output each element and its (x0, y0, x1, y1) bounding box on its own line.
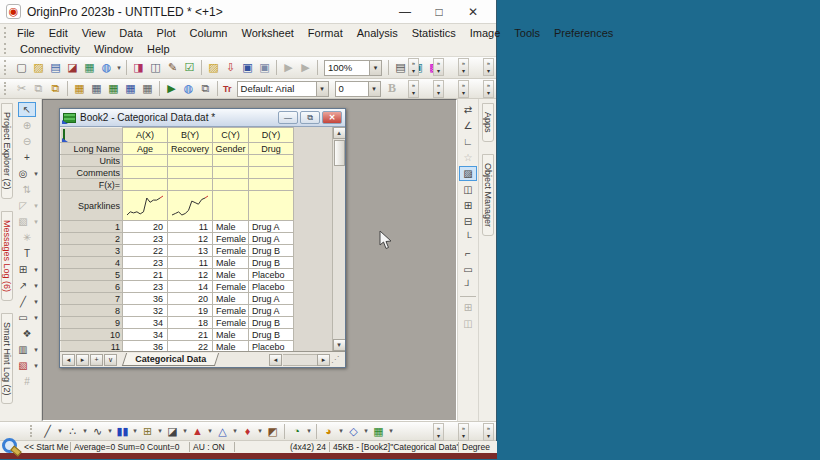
toolbar-overflow[interactable]: »▾ (408, 80, 419, 98)
add-sheet-button[interactable]: + (90, 354, 103, 366)
book2-restore-button[interactable]: ⧉ (300, 111, 320, 124)
menu-analysis[interactable]: Analysis (350, 27, 405, 39)
menu-data[interactable]: Data (112, 27, 149, 39)
contour-plot-icon[interactable]: ▦ (370, 423, 387, 439)
horizontal-scrollbar[interactable]: ◂ ▸ ⋰ (269, 354, 341, 366)
toolbar-overflow[interactable]: »▾ (458, 80, 469, 98)
scatter-plot-icon[interactable]: ∴ (64, 423, 81, 439)
multi-panel-plot-icon[interactable]: ⊞ (139, 423, 156, 439)
line-symbol-plot-dropdown[interactable]: ▾ (106, 427, 114, 435)
pie-chart-icon[interactable]: ◔ (288, 423, 305, 439)
zoom-out-tool-icon[interactable]: ⊖ (18, 134, 36, 149)
toolbar-overflow[interactable]: »▾ (433, 423, 444, 441)
menu-plot[interactable]: Plot (150, 27, 183, 39)
cell-cold-row2[interactable]: Drug A (249, 233, 294, 245)
equation-tool-dropdown[interactable]: ▾ (32, 266, 40, 274)
layer-grid-icon[interactable]: ⊞ (459, 300, 477, 315)
surface-3d-plot-dropdown[interactable]: ▾ (337, 427, 345, 435)
cell-cold-row1[interactable]: Drug A (249, 221, 294, 233)
sheet-next-button[interactable]: ▸ (76, 354, 89, 366)
comments-label[interactable]: Comments (61, 167, 123, 179)
arrow-tool-dropdown[interactable]: ▾ (32, 282, 40, 290)
dock-tab-smart-hint-log-2-[interactable]: Smart Hint Log (2) (1, 313, 13, 405)
column-plot-icon[interactable]: ▮▮ (114, 423, 131, 439)
long-name-c[interactable]: Gender (213, 143, 249, 155)
zoom-combo-dropdown[interactable]: ▾ (369, 61, 381, 75)
cell-cola-row1[interactable]: 20 (123, 221, 168, 233)
line-symbol-plot-icon[interactable]: ∿ (89, 423, 106, 439)
toolbar-overflow[interactable]: »▾ (483, 80, 494, 98)
new-function-dropdown[interactable]: ▾ (115, 64, 123, 72)
column-header-c[interactable]: C(Y) (213, 128, 249, 143)
row-header[interactable]: 6 (61, 281, 123, 293)
cell-colb-row6[interactable]: 14 (168, 281, 213, 293)
line-plot-dropdown[interactable]: ▾ (56, 427, 64, 435)
mask-tool-icon[interactable]: ▧ (14, 214, 32, 229)
font-style-icon[interactable]: Tr (223, 84, 232, 94)
cell-cold-row4[interactable]: Drug B (249, 257, 294, 269)
stock-plot-icon[interactable]: ♦ (239, 423, 256, 439)
long-name-d[interactable]: Drug (249, 143, 294, 155)
pie-chart-dropdown[interactable]: ▾ (305, 427, 313, 435)
long-name-b[interactable]: Recovery (168, 143, 213, 155)
area-plot-icon[interactable]: ▲ (189, 423, 206, 439)
row-header[interactable]: 5 (61, 269, 123, 281)
column-header-d[interactable]: D(Y) (249, 128, 294, 143)
row-header[interactable]: 1 (61, 221, 123, 233)
corner-cell[interactable] (61, 128, 123, 143)
font-combo-dropdown[interactable]: ▾ (316, 82, 328, 96)
cell-cola-row4[interactable]: 23 (123, 257, 168, 269)
line-tool-dropdown[interactable]: ▾ (32, 298, 40, 306)
cell-cola-row2[interactable]: 23 (123, 233, 168, 245)
row-header[interactable]: 2 (61, 233, 123, 245)
equation-tool-icon[interactable]: ⊞ (14, 262, 32, 277)
resize-grip[interactable]: ⋰ (331, 354, 341, 366)
line-plot-icon[interactable]: ╱ (39, 423, 56, 439)
horizontal-scroll-track[interactable] (283, 354, 317, 366)
cell-colc-row8[interactable]: Female (213, 305, 249, 317)
insert-object-tool-icon[interactable]: ▧ (14, 358, 32, 373)
cell-colb-row2[interactable]: 12 (168, 233, 213, 245)
cell-colb-row1[interactable]: 11 (168, 221, 213, 233)
fx-a[interactable] (123, 179, 168, 191)
copy-icon[interactable]: ⧉ (30, 81, 47, 97)
plot-3d-icon[interactable]: ◩ (264, 423, 281, 439)
menu-connectivity[interactable]: Connectivity (13, 43, 87, 55)
dock-tab-project-explorer-2-[interactable]: Project Explorer (2) (1, 103, 13, 199)
new-notes-icon[interactable]: ✎ (164, 60, 181, 76)
screen-reader-tool-dropdown[interactable]: ▾ (32, 170, 40, 178)
arrow-tool-icon[interactable]: ↗ (14, 278, 32, 293)
contour-plot-dropdown[interactable]: ▾ (387, 427, 395, 435)
cell-cola-row8[interactable]: 32 (123, 305, 168, 317)
row-header[interactable]: 11 (61, 341, 123, 352)
sheet-tab-categorical-data[interactable]: Categorical Data (122, 353, 219, 366)
cell-cola-row6[interactable]: 23 (123, 281, 168, 293)
toolbar-overflow[interactable]: »▾ (458, 423, 469, 441)
cell-colb-row5[interactable]: 12 (168, 269, 213, 281)
pointer-tool-icon[interactable]: ↖ (18, 102, 36, 117)
book2-titlebar[interactable]: Book2 - Categorical Data.dat * — ⧉ ✕ (60, 109, 345, 127)
cell-cola-row9[interactable]: 34 (123, 317, 168, 329)
fx-c[interactable] (213, 179, 249, 191)
cut-icon[interactable]: ✂ (13, 81, 30, 97)
zoom-combo[interactable]: 100% ▾ (324, 60, 382, 76)
new-legend-icon[interactable]: ☆ (459, 150, 477, 165)
panel-layout-icon[interactable]: ◫ (459, 316, 477, 331)
book2-close-button[interactable]: ✕ (322, 111, 342, 124)
axes-bottom-left-icon[interactable]: └ (459, 230, 477, 245)
axis-angle-icon[interactable]: ∠ (459, 118, 477, 133)
new-worksheet-icon[interactable]: ▤ (47, 60, 64, 76)
save-project-icon[interactable]: ▣ (239, 60, 256, 76)
fx-d[interactable] (249, 179, 294, 191)
new-graph-icon[interactable]: ◪ (64, 60, 81, 76)
comments-b[interactable] (168, 167, 213, 179)
fx-b[interactable] (168, 179, 213, 191)
cell-colc-row9[interactable]: Female (213, 317, 249, 329)
line-tool-icon[interactable]: ╱ (14, 294, 32, 309)
menu-worksheet[interactable]: Worksheet (234, 27, 300, 39)
units-c[interactable] (213, 155, 249, 167)
print-icon[interactable]: ▤ (392, 60, 409, 76)
units-label[interactable]: Units (61, 155, 123, 167)
dock-tab-object-manager[interactable]: Object Manager (482, 154, 494, 236)
insert-graph-tool-dropdown[interactable]: ▾ (32, 346, 40, 354)
